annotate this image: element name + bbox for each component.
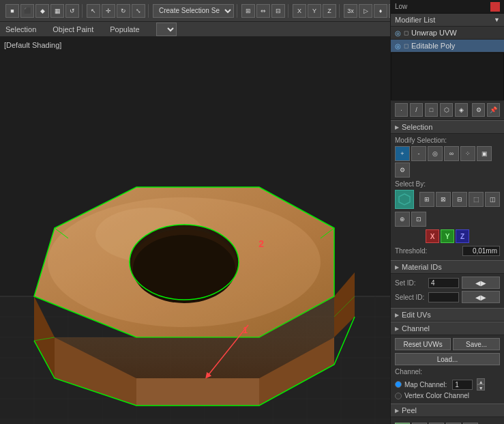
select-id-input[interactable] [428, 292, 459, 302]
modifier-unwrap-uvw[interactable]: ◎ ◻ Unwrap UVW [391, 27, 504, 40]
sel-settings-btn[interactable]: ⚙ [395, 162, 410, 178]
viewport-3d-scene [0, 37, 390, 424]
panel-close-button[interactable] [490, 2, 500, 12]
section-edit-uvs-header[interactable]: Edit UVs [391, 308, 504, 322]
reset-uvws-btn[interactable]: Reset UVWs [395, 338, 451, 350]
mod-render-icon: ◻ [404, 29, 409, 36]
section-channel-header[interactable]: Channel [391, 322, 504, 335]
toolbar-icons-left: ■ ⬛ ◆ ▦ ↺ [3, 4, 83, 18]
icon-vertex[interactable]: · [395, 103, 408, 117]
icon-pin[interactable]: 📌 [487, 103, 500, 117]
save-btn[interactable]: Save... [453, 338, 500, 350]
axis-filter-x[interactable]: X [426, 229, 439, 243]
axis-filter-z[interactable]: Z [456, 229, 469, 243]
section-selection-header[interactable]: Selection [391, 120, 504, 134]
modifier-name-poly: Editable Poly [411, 42, 455, 50]
select-id-btn[interactable]: ◀▶ [462, 291, 500, 303]
axis-filter-y[interactable]: Y [441, 229, 454, 243]
tb-align[interactable]: ⊟ [271, 4, 285, 18]
panel-title: Low [395, 3, 407, 10]
tb-3x[interactable]: 3x [344, 4, 357, 18]
section-peel-label: Peel [402, 406, 417, 414]
section-material-body: Set ID: ◀▶ Select ID: ◀▶ [391, 274, 504, 308]
sel-grow-btn[interactable]: + [395, 146, 410, 161]
modifier-name-unwrap: Unwrap UVW [411, 29, 457, 37]
section-selection-label: Selection [402, 123, 432, 131]
icon-edge[interactable]: / [410, 103, 423, 117]
viewport[interactable]: [Default Shading] [0, 37, 390, 424]
sel-ring-btn[interactable]: ◎ [428, 146, 443, 161]
load-btn[interactable]: Load... [395, 353, 500, 365]
ch-down-btn[interactable]: ▼ [477, 384, 485, 391]
sb-extra2[interactable]: ⊡ [411, 212, 426, 227]
section-peel-body: ● ◑ ↺ ◆ ✦ Seams: ≡ ⇥ ↦ ⊞ [391, 417, 504, 424]
map-channel-input[interactable] [452, 380, 473, 390]
panel-title-bar: Low [391, 0, 504, 14]
section-edit-uvs-label: Edit UVs [402, 311, 431, 319]
set-id-input[interactable] [428, 278, 459, 288]
tb-icon-1[interactable]: ■ [5, 4, 19, 18]
tb-scale[interactable]: ⤡ [132, 4, 145, 18]
eye-icon-2[interactable]: ◎ [395, 42, 401, 50]
tb-icon-4[interactable]: ▦ [50, 4, 64, 18]
map-channel-radio[interactable] [395, 381, 402, 388]
select-id-label: Select ID: [395, 294, 426, 301]
modifier-list-arrow: ▼ [494, 16, 500, 23]
tb-snap[interactable]: ⊞ [241, 4, 255, 18]
tb-icon-2[interactable]: ⬛ [20, 4, 34, 18]
create-selection-dropdown[interactable]: Create Selection Se [153, 4, 234, 18]
axis-z[interactable]: Z [323, 4, 336, 18]
threshold-input[interactable] [462, 246, 500, 256]
menu-selection[interactable]: Selection [3, 24, 39, 35]
threshold-label: Threshold: [395, 247, 427, 255]
section-selection-body: Modify Selection: + - ◎ ∞ ⁘ ▣ ⚙ Select B… [391, 134, 504, 260]
eye-icon[interactable]: ◎ [395, 29, 401, 37]
right-panel: Low Modifier List ▼ ◎ ◻ Unwrap UVW ◎ ◻ E… [390, 0, 504, 424]
modifier-editable-poly[interactable]: ◎ ◻ Editable Poly [391, 40, 504, 53]
sb-btn4[interactable]: ⬚ [469, 192, 484, 207]
sb-extra1[interactable]: ⊕ [395, 212, 410, 227]
tb-mirror[interactable]: ⇔ [256, 4, 270, 18]
tb-rotate[interactable]: ↻ [117, 4, 130, 18]
vertex-color-radio[interactable] [395, 393, 402, 399]
axis-x[interactable]: X [293, 4, 306, 18]
menu-populate[interactable]: Populate [107, 24, 142, 35]
tb-icon-3[interactable]: ◆ [35, 4, 49, 18]
icon-element[interactable]: ◈ [455, 103, 468, 117]
vertex-color-row: Vertex Color Channel [395, 392, 500, 399]
set-id-btn[interactable]: ◀▶ [462, 277, 500, 289]
modifier-list-header: Modifier List ▼ [391, 14, 504, 27]
section-material-header[interactable]: Material IDs [391, 260, 504, 274]
sel-loop-btn[interactable]: ∞ [444, 146, 459, 161]
sel-all-btn[interactable]: ▣ [477, 146, 492, 161]
viewport-mode-dropdown[interactable]: ▼ [156, 23, 177, 36]
sel-dot-btn[interactable]: ⁘ [460, 146, 475, 161]
svg-point-30 [133, 235, 235, 303]
select-id-row: Select ID: ◀▶ [395, 291, 500, 303]
icon-polygon[interactable]: ⬡ [440, 103, 453, 117]
tb-cursor[interactable]: ↖ [87, 4, 100, 18]
select-by-extra: ⊞ ⊠ ⊟ ⬚ ◫ [419, 192, 500, 207]
section-peel-header[interactable]: Peel [391, 404, 504, 417]
section-channel-label: Channel [402, 324, 430, 333]
sb-btn3[interactable]: ⊟ [452, 192, 467, 207]
tb-icon-5[interactable]: ↺ [65, 4, 79, 18]
sb-btn5[interactable]: ◫ [485, 192, 500, 207]
icon-border[interactable]: □ [425, 103, 438, 117]
sel-shrink-btn[interactable]: - [411, 146, 426, 161]
icon-settings[interactable]: ⚙ [472, 103, 485, 117]
modify-selection-icons: + - ◎ ∞ ⁘ ▣ ⚙ [395, 146, 500, 178]
select-by-3d-btn[interactable] [395, 190, 414, 209]
sb-btn2[interactable]: ⊠ [436, 192, 451, 207]
menu-object-paint[interactable]: Object Paint [50, 24, 96, 35]
axis-y[interactable]: Y [308, 4, 321, 18]
mod-render-icon-2: ◻ [404, 42, 409, 49]
tb-move[interactable]: ✛ [102, 4, 115, 18]
tb-material[interactable]: ♦ [374, 4, 387, 18]
ch-up-btn[interactable]: ▲ [477, 378, 485, 384]
sb-btn1[interactable]: ⊞ [419, 192, 434, 207]
select-by-row: ⊞ ⊠ ⊟ ⬚ ◫ [395, 190, 500, 209]
svg-rect-39 [391, 54, 503, 101]
section-material-label: Material IDs [402, 263, 442, 271]
tb-render[interactable]: ▷ [359, 4, 372, 18]
